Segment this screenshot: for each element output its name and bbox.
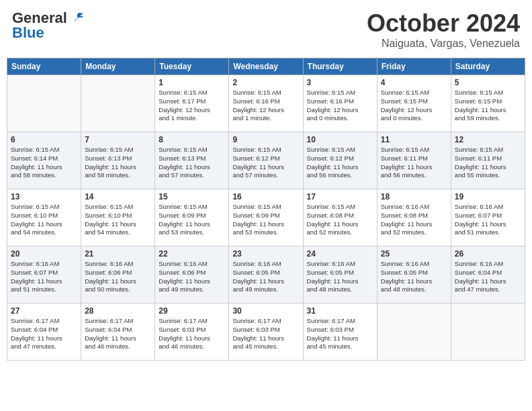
calendar-cell: 12Sunrise: 6:15 AMSunset: 6:11 PMDayligh… (451, 132, 525, 189)
calendar-cell: 13Sunrise: 6:15 AMSunset: 6:10 PMDayligh… (7, 189, 81, 246)
calendar-cell (81, 75, 155, 132)
day-number: 15 (159, 192, 225, 201)
cell-info: Sunrise: 6:15 AMSunset: 6:17 PMDaylight:… (159, 89, 225, 123)
day-number: 14 (85, 192, 151, 201)
cell-info: Sunrise: 6:16 AMSunset: 6:05 PMDaylight:… (381, 260, 447, 294)
calendar-cell: 2Sunrise: 6:15 AMSunset: 6:16 PMDaylight… (229, 75, 303, 132)
calendar-cell: 11Sunrise: 6:15 AMSunset: 6:11 PMDayligh… (377, 132, 451, 189)
day-number: 23 (232, 249, 299, 259)
calendar-cell: 10Sunrise: 6:15 AMSunset: 6:12 PMDayligh… (303, 132, 377, 189)
cell-info: Sunrise: 6:16 AMSunset: 6:07 PMDaylight:… (11, 260, 77, 294)
calendar-cell: 22Sunrise: 6:16 AMSunset: 6:06 PMDayligh… (155, 246, 229, 304)
calendar-cell: 15Sunrise: 6:15 AMSunset: 6:09 PMDayligh… (155, 189, 229, 246)
calendar-cell: 31Sunrise: 6:17 AMSunset: 6:03 PMDayligh… (303, 304, 377, 361)
weekday-header-sunday: Sunday (7, 58, 81, 75)
day-number: 12 (455, 135, 521, 144)
day-number: 29 (159, 306, 225, 316)
cell-info: Sunrise: 6:15 AMSunset: 6:12 PMDaylight:… (232, 146, 299, 180)
day-number: 27 (11, 306, 77, 316)
calendar-cell: 27Sunrise: 6:17 AMSunset: 6:04 PMDayligh… (7, 304, 81, 361)
calendar-cell: 23Sunrise: 6:16 AMSunset: 6:05 PMDayligh… (229, 246, 303, 304)
cell-info: Sunrise: 6:15 AMSunset: 6:16 PMDaylight:… (232, 89, 299, 123)
day-number: 5 (455, 78, 521, 87)
calendar-week-row: 27Sunrise: 6:17 AMSunset: 6:04 PMDayligh… (7, 304, 525, 361)
day-number: 20 (11, 249, 77, 259)
calendar-cell: 25Sunrise: 6:16 AMSunset: 6:05 PMDayligh… (377, 246, 451, 304)
day-number: 3 (307, 78, 373, 87)
location: Naiguata, Vargas, Venezuela (367, 38, 520, 50)
cell-info: Sunrise: 6:15 AMSunset: 6:11 PMDaylight:… (381, 146, 447, 180)
cell-info: Sunrise: 6:15 AMSunset: 6:14 PMDaylight:… (11, 146, 77, 180)
calendar-cell: 6Sunrise: 6:15 AMSunset: 6:14 PMDaylight… (7, 132, 81, 189)
day-number: 16 (232, 192, 299, 201)
calendar-cell: 30Sunrise: 6:17 AMSunset: 6:03 PMDayligh… (229, 304, 303, 361)
calendar-cell: 5Sunrise: 6:15 AMSunset: 6:15 PMDaylight… (451, 75, 525, 132)
day-number: 4 (381, 78, 447, 87)
day-number: 31 (307, 306, 373, 316)
day-number: 13 (11, 192, 77, 201)
month-title: October 2024 (367, 9, 520, 38)
calendar-week-row: 13Sunrise: 6:15 AMSunset: 6:10 PMDayligh… (7, 189, 525, 246)
calendar-table: SundayMondayTuesdayWednesdayThursdayFrid… (7, 58, 525, 361)
cell-info: Sunrise: 6:16 AMSunset: 6:07 PMDaylight:… (455, 203, 521, 237)
cell-info: Sunrise: 6:15 AMSunset: 6:15 PMDaylight:… (455, 89, 521, 123)
calendar-cell: 17Sunrise: 6:15 AMSunset: 6:08 PMDayligh… (303, 189, 377, 246)
calendar-cell: 24Sunrise: 6:16 AMSunset: 6:05 PMDayligh… (303, 246, 377, 304)
cell-info: Sunrise: 6:15 AMSunset: 6:09 PMDaylight:… (159, 203, 225, 237)
cell-info: Sunrise: 6:16 AMSunset: 6:08 PMDaylight:… (381, 203, 447, 237)
calendar-cell: 29Sunrise: 6:17 AMSunset: 6:03 PMDayligh… (155, 304, 229, 361)
day-number: 21 (85, 249, 151, 259)
cell-info: Sunrise: 6:15 AMSunset: 6:09 PMDaylight:… (232, 203, 299, 237)
cell-info: Sunrise: 6:15 AMSunset: 6:12 PMDaylight:… (307, 146, 373, 180)
calendar-cell: 28Sunrise: 6:17 AMSunset: 6:04 PMDayligh… (81, 304, 155, 361)
page-header: General Blue October 2024 Naiguata, Varg… (7, 7, 525, 52)
day-number: 2 (232, 78, 299, 87)
day-number: 24 (307, 249, 373, 259)
weekday-header-wednesday: Wednesday (229, 58, 303, 75)
calendar-cell (7, 75, 81, 132)
day-number: 8 (159, 135, 225, 144)
calendar-cell: 18Sunrise: 6:16 AMSunset: 6:08 PMDayligh… (377, 189, 451, 246)
day-number: 9 (232, 135, 299, 144)
title-block: October 2024 Naiguata, Vargas, Venezuela (367, 9, 520, 50)
calendar-cell: 14Sunrise: 6:15 AMSunset: 6:10 PMDayligh… (81, 189, 155, 246)
cell-info: Sunrise: 6:15 AMSunset: 6:13 PMDaylight:… (85, 146, 151, 180)
calendar-cell: 8Sunrise: 6:15 AMSunset: 6:13 PMDaylight… (155, 132, 229, 189)
logo: General Blue (12, 9, 85, 42)
day-number: 22 (159, 249, 225, 259)
cell-info: Sunrise: 6:15 AMSunset: 6:11 PMDaylight:… (455, 146, 521, 180)
day-number: 1 (159, 78, 225, 87)
day-number: 18 (381, 192, 447, 201)
calendar-cell (377, 304, 451, 361)
calendar-cell: 7Sunrise: 6:15 AMSunset: 6:13 PMDaylight… (81, 132, 155, 189)
cell-info: Sunrise: 6:15 AMSunset: 6:13 PMDaylight:… (159, 146, 225, 180)
calendar-cell: 21Sunrise: 6:16 AMSunset: 6:06 PMDayligh… (81, 246, 155, 304)
calendar-cell: 16Sunrise: 6:15 AMSunset: 6:09 PMDayligh… (229, 189, 303, 246)
weekday-header-friday: Friday (377, 58, 451, 75)
cell-info: Sunrise: 6:17 AMSunset: 6:04 PMDaylight:… (11, 317, 77, 351)
day-number: 26 (455, 249, 521, 259)
day-number: 6 (11, 135, 77, 144)
day-number: 11 (381, 135, 447, 144)
calendar-cell (451, 304, 525, 361)
cell-info: Sunrise: 6:16 AMSunset: 6:05 PMDaylight:… (307, 260, 373, 294)
cell-info: Sunrise: 6:15 AMSunset: 6:10 PMDaylight:… (85, 203, 151, 237)
calendar-cell: 4Sunrise: 6:15 AMSunset: 6:15 PMDaylight… (377, 75, 451, 132)
calendar-week-row: 6Sunrise: 6:15 AMSunset: 6:14 PMDaylight… (7, 132, 525, 189)
weekday-header-saturday: Saturday (451, 58, 525, 75)
cell-info: Sunrise: 6:15 AMSunset: 6:10 PMDaylight:… (11, 203, 77, 237)
weekday-header-thursday: Thursday (303, 58, 377, 75)
calendar-cell: 9Sunrise: 6:15 AMSunset: 6:12 PMDaylight… (229, 132, 303, 189)
calendar-cell: 20Sunrise: 6:16 AMSunset: 6:07 PMDayligh… (7, 246, 81, 304)
day-number: 17 (307, 192, 373, 201)
cell-info: Sunrise: 6:15 AMSunset: 6:16 PMDaylight:… (307, 89, 373, 123)
cell-info: Sunrise: 6:16 AMSunset: 6:06 PMDaylight:… (85, 260, 151, 294)
cell-info: Sunrise: 6:16 AMSunset: 6:06 PMDaylight:… (159, 260, 225, 294)
cell-info: Sunrise: 6:16 AMSunset: 6:05 PMDaylight:… (232, 260, 299, 294)
calendar-week-row: 20Sunrise: 6:16 AMSunset: 6:07 PMDayligh… (7, 246, 525, 304)
weekday-header-monday: Monday (81, 58, 155, 75)
cell-info: Sunrise: 6:17 AMSunset: 6:03 PMDaylight:… (159, 317, 225, 351)
cell-info: Sunrise: 6:17 AMSunset: 6:04 PMDaylight:… (85, 317, 151, 351)
day-number: 28 (85, 306, 151, 316)
calendar-week-row: 1Sunrise: 6:15 AMSunset: 6:17 PMDaylight… (7, 75, 525, 132)
